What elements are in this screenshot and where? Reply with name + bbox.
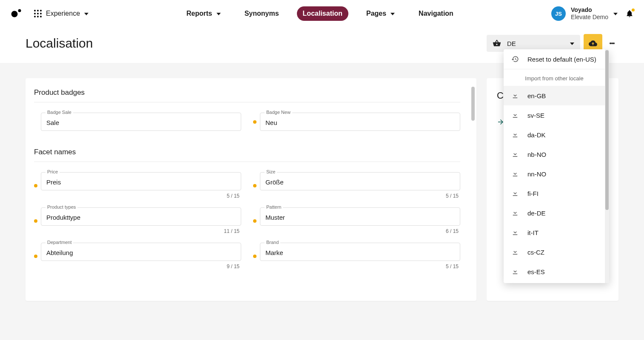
cloud-upload-icon: [589, 39, 597, 48]
price-field[interactable]: Price Preis: [41, 172, 241, 190]
nav-right: JS Voyado Elevate Demo: [551, 6, 634, 21]
nav-pages[interactable]: Pages: [360, 6, 401, 21]
nav-reports[interactable]: Reports: [180, 6, 226, 21]
nav-localisation[interactable]: Localisation: [297, 6, 348, 21]
nav-synonyms-label: Synonyms: [245, 10, 279, 17]
field-value: Größe: [265, 178, 455, 186]
field-wrapper-product-types: Product types Produkttype 11 / 15: [34, 207, 241, 234]
field-counter: 5 / 15: [260, 193, 460, 199]
modified-dot-icon: [34, 184, 37, 187]
size-field[interactable]: Size Größe: [260, 172, 460, 190]
scrollbar-thumb[interactable]: [605, 50, 609, 210]
modified-dot-icon: [34, 219, 37, 223]
field-label: Badge New: [265, 110, 292, 115]
locale-label: sv-SE: [527, 112, 544, 119]
brand-field[interactable]: Brand Marke: [260, 243, 460, 261]
reset-label: Reset to default (en-US): [527, 56, 596, 63]
user-text: Voyado Elevate Demo: [571, 6, 608, 21]
download-icon: [511, 111, 519, 119]
app-switcher-label: Experience: [46, 10, 80, 17]
nav-navigation[interactable]: Navigation: [413, 6, 459, 21]
import-dropdown: Reset to default (en-US) Import from oth…: [504, 49, 609, 283]
locale-label: cs-CZ: [527, 249, 544, 256]
user-name: Voyado: [571, 6, 608, 14]
locale-label: en-GB: [527, 92, 546, 99]
field-wrapper-brand: Brand Marke 5 / 15: [253, 243, 460, 269]
import-locale-es-es[interactable]: es-ES: [504, 262, 605, 281]
field-wrapper-badge-sale: Badge Sale Sale: [34, 113, 241, 131]
download-icon: [511, 150, 519, 158]
locale-label: nb-NO: [527, 151, 546, 158]
field-counter: 6 / 15: [260, 228, 460, 234]
download-icon: [511, 229, 519, 236]
locale-label: es-ES: [527, 268, 545, 275]
chevron-down-icon: [390, 13, 395, 15]
department-field[interactable]: Department Abteilung: [41, 243, 241, 261]
pattern-field[interactable]: Pattern Muster: [260, 207, 460, 226]
field-label: Department: [46, 240, 73, 245]
scrollbar-thumb[interactable]: [471, 87, 475, 121]
nav-localisation-label: Localisation: [303, 10, 342, 17]
nav-reports-label: Reports: [186, 10, 212, 17]
notification-dot-icon: [632, 8, 635, 11]
reset-to-default[interactable]: Reset to default (en-US): [504, 49, 605, 69]
product-types-field[interactable]: Product types Produkttype: [41, 207, 241, 226]
field-label: Price: [46, 169, 60, 174]
modified-dot-icon: [253, 219, 256, 223]
modified-dot-icon: [253, 120, 256, 124]
locale-selector-value: DE: [507, 40, 516, 47]
form-scrollbar[interactable]: [469, 78, 476, 301]
field-counter: 5 / 15: [260, 264, 460, 269]
apps-grid-icon: [34, 10, 42, 17]
import-locale-da-dk[interactable]: da-DK: [504, 125, 605, 144]
nav-synonyms[interactable]: Synonyms: [239, 6, 285, 21]
form-card: Product badges Badge Sale Sale Badge New: [26, 78, 476, 301]
app-switcher[interactable]: Experience: [34, 10, 88, 17]
import-locale-cs-cz[interactable]: cs-CZ: [504, 242, 605, 262]
user-subtitle: Elevate Demo: [571, 14, 608, 21]
field-wrapper-department: Department Abteilung 9 / 15: [34, 243, 241, 269]
field-label: Size: [265, 169, 277, 174]
field-label: Pattern: [265, 204, 283, 210]
download-icon: [511, 209, 519, 217]
locale-label: de-DE: [527, 210, 546, 217]
product-badges-grid: Badge Sale Sale Badge New Neu: [34, 113, 460, 131]
field-value: Preis: [46, 178, 236, 186]
import-locale-nn-no[interactable]: nn-NO: [504, 164, 605, 184]
field-wrapper-pattern: Pattern Muster 6 / 15: [253, 207, 460, 234]
download-icon: [511, 248, 519, 256]
import-locale-en-gb[interactable]: en-GB: [504, 86, 605, 105]
basket-icon: [493, 39, 501, 48]
locale-label: nn-NO: [527, 170, 546, 178]
form-scroll: Product badges Badge Sale Sale Badge New: [26, 78, 469, 301]
brand-logo[interactable]: [10, 8, 22, 20]
chevron-down-icon: [613, 13, 618, 15]
top-nav: Experience Reports Synonyms Localisation…: [0, 0, 644, 27]
badge-sale-field[interactable]: Badge Sale Sale: [41, 113, 241, 131]
badge-new-field[interactable]: Badge New Neu: [260, 113, 460, 131]
field-value: Muster: [265, 214, 455, 221]
import-locale-fi-fi[interactable]: fi-FI: [504, 184, 605, 203]
svg-point-0: [11, 11, 18, 17]
download-icon: [511, 268, 519, 275]
locale-label: fi-FI: [527, 190, 539, 197]
user-menu[interactable]: JS Voyado Elevate Demo: [551, 6, 618, 21]
import-locale-de-de[interactable]: de-DE: [504, 203, 605, 223]
chevron-down-icon: [84, 13, 88, 15]
download-icon: [511, 131, 519, 139]
import-locale-it-it[interactable]: it-IT: [504, 223, 605, 242]
import-locale-nb-no[interactable]: nb-NO: [504, 144, 605, 164]
download-icon: [511, 190, 519, 197]
field-label: Badge Sale: [46, 110, 73, 115]
notifications-button[interactable]: [625, 9, 634, 18]
field-counter: 11 / 15: [41, 228, 241, 234]
field-label: Brand: [265, 240, 280, 245]
section-divider: [34, 102, 460, 102]
svg-point-1: [18, 9, 21, 12]
modified-dot-icon: [253, 184, 256, 187]
facet-names-grid: Price Preis 5 / 15 Size Größe 5 / 15: [34, 172, 460, 269]
dropdown-scroll: Reset to default (en-US) Import from oth…: [504, 49, 605, 283]
dropdown-scrollbar[interactable]: [605, 49, 609, 283]
chevron-down-icon: [217, 13, 221, 15]
import-locale-sv-se[interactable]: sv-SE: [504, 105, 605, 125]
